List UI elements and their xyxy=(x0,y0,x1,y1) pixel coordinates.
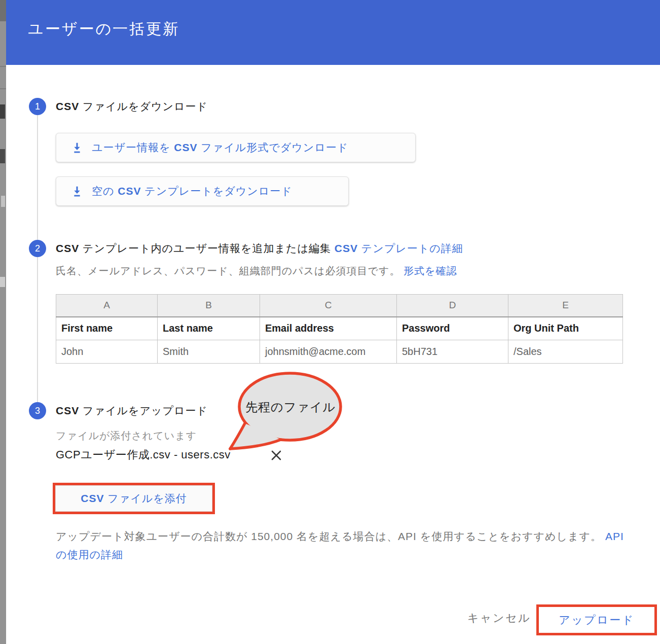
step-2-title: CSV テンプレート内のユーザー情報を追加または編集 CSV テンプレートの詳細 xyxy=(56,241,463,256)
download-users-csv-label: ユーザー情報を CSV ファイル形式でダウンロード xyxy=(92,140,348,155)
csv-template-details-link[interactable]: CSV テンプレートの詳細 xyxy=(335,242,463,254)
column-letter-row: A B C D E xyxy=(56,295,623,317)
field-header-row: First name Last name Email address Passw… xyxy=(56,317,623,340)
value-org-unit-path: /Sales xyxy=(508,340,623,364)
value-email-address: johnsmith@acme.com xyxy=(260,340,397,364)
cancel-button[interactable]: キャンセル xyxy=(467,611,531,626)
step-3-number: 3 xyxy=(35,406,40,416)
step-1-title-text: ファイルをダウンロード xyxy=(79,100,208,112)
background-fragment xyxy=(0,104,5,119)
background-page-strip xyxy=(0,0,6,644)
step-2-circle: 2 xyxy=(29,240,46,257)
step-2-subtitle: 氏名、メールアドレス、パスワード、組織部門のパスは必須項目です。 形式を確認 xyxy=(56,264,457,278)
background-fragment xyxy=(0,66,6,67)
stepper-connector-line xyxy=(37,115,38,403)
step-3-title-text: ファイルをアップロード xyxy=(79,405,208,416)
annotation-bubble-text: 先程のファイル xyxy=(244,399,337,415)
background-fragment xyxy=(1,196,5,207)
step-3-title-csv: CSV xyxy=(56,405,79,416)
file-attached-status: ファイルが添付されています xyxy=(56,429,197,443)
value-last-name: Smith xyxy=(158,340,260,364)
example-value-row: John Smith johnsmith@acme.com 5bH731 /Sa… xyxy=(56,340,623,364)
download-users-csv-button[interactable]: ユーザー情報を CSV ファイル形式でダウンロード xyxy=(56,133,416,162)
upload-button[interactable]: アップロード xyxy=(539,607,654,633)
step-2-number: 2 xyxy=(35,243,40,254)
step-3-circle: 3 xyxy=(29,402,46,419)
background-fragment xyxy=(0,277,5,287)
field-org-unit-path: Org Unit Path xyxy=(508,317,623,340)
required-fields-text: 氏名、メールアドレス、パスワード、組織部門のパスは必須項目です。 xyxy=(56,265,404,276)
dialog-title: ユーザーの一括更新 xyxy=(28,19,179,39)
field-email-address: Email address xyxy=(260,317,397,340)
column-letter-a: A xyxy=(56,295,158,317)
field-first-name: First name xyxy=(56,317,158,340)
background-fragment xyxy=(0,149,5,163)
column-letter-e: E xyxy=(508,295,623,317)
dialog-header: ユーザーの一括更新 xyxy=(6,0,660,65)
step-1-circle: 1 xyxy=(29,98,46,115)
step-1-title: CSV ファイルをダウンロード xyxy=(56,99,208,114)
csv-example-table: A B C D E First name Last name Email add… xyxy=(56,294,623,364)
field-password: Password xyxy=(397,317,508,340)
attach-csv-label: CSV ファイルを添付 xyxy=(81,491,187,506)
value-first-name: John xyxy=(56,340,158,364)
column-letter-d: D xyxy=(397,295,508,317)
background-fragment xyxy=(0,88,6,89)
background-fragment xyxy=(0,0,6,21)
value-password: 5bH731 xyxy=(397,340,508,364)
column-letter-c: C xyxy=(260,295,397,317)
download-icon xyxy=(70,141,84,154)
download-empty-template-label: 空の CSV テンプレートをダウンロード xyxy=(92,184,292,198)
step-3-title: CSV ファイルをアップロード xyxy=(56,404,208,418)
annotation-box-upload: アップロード xyxy=(536,604,657,635)
attach-csv-button[interactable]: CSV ファイルを添付 xyxy=(55,485,212,512)
step-2-title-text: テンプレート内のユーザー情報を追加または編集 xyxy=(79,242,335,254)
check-format-link[interactable]: 形式を確認 xyxy=(404,265,457,276)
attached-file-name: GCPユーザー作成.csv - users.csv xyxy=(56,447,231,462)
download-icon xyxy=(70,185,84,198)
step-1-number: 1 xyxy=(35,101,40,112)
api-note-text: アップデート対象ユーザーの合計数が 150,000 名を超える場合は、API を… xyxy=(56,530,605,542)
step-1-title-csv: CSV xyxy=(56,100,79,112)
column-letter-b: B xyxy=(158,295,260,317)
download-empty-template-button[interactable]: 空の CSV テンプレートをダウンロード xyxy=(56,176,349,206)
annotation-box-attach: CSV ファイルを添付 xyxy=(53,483,215,514)
field-last-name: Last name xyxy=(158,317,260,340)
api-recommendation-note: アップデート対象ユーザーの合計数が 150,000 名を超える場合は、API を… xyxy=(56,527,639,564)
step-2-title-csv: CSV xyxy=(56,242,79,254)
